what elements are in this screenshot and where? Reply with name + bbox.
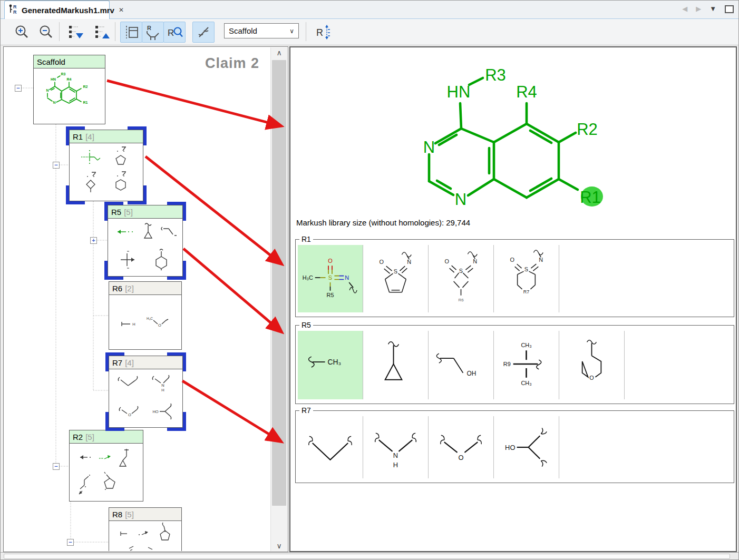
expander-r8[interactable]: − xyxy=(67,539,74,546)
r7-option-o-linker[interactable]: O xyxy=(429,416,494,478)
svg-text:R3: R3 xyxy=(61,72,66,76)
svg-text:N: N xyxy=(53,101,55,104)
svg-text:HO: HO xyxy=(152,409,158,414)
svg-text:R9: R9 xyxy=(503,361,511,367)
r5-option-gem-dimethyl-r9[interactable]: R9 CH₃ CH₃ xyxy=(494,331,559,399)
rgroup-structure-icon: R xyxy=(144,23,162,41)
r7-option-choh-linker[interactable]: HO xyxy=(494,416,559,478)
tree-node-r6[interactable]: R6 [2] H H₃C O xyxy=(109,281,182,350)
r5-option-cyclopropyl[interactable] xyxy=(363,331,429,399)
svg-text:R: R xyxy=(13,4,17,9)
tree-node-r2[interactable]: R2 [5] xyxy=(69,430,143,502)
tree-node-r1-wrap: R1 [4] xyxy=(66,126,147,204)
r1-option-methyl-sulfoximine[interactable]: H₃C S O N R5 xyxy=(298,245,363,312)
scaffold-thumbnail: HN R3 R4 R2 R1 N N xyxy=(34,68,105,124)
r1-option-dihydrothiophene-sulfoximine[interactable]: S O N xyxy=(363,245,429,312)
rgroup-structure-button[interactable]: R xyxy=(142,22,164,43)
svg-text:H: H xyxy=(132,322,135,327)
rgroup-query-icon: R xyxy=(166,23,183,41)
tab-close-icon[interactable]: ✕ xyxy=(119,6,124,14)
horizontal-scrollbar-thumb[interactable] xyxy=(4,554,730,559)
svg-text:CH₃: CH₃ xyxy=(521,342,531,348)
svg-text:H₃C: H₃C xyxy=(147,317,153,320)
r7-option-nh-linker[interactable]: N H xyxy=(363,416,429,478)
tree-node-r8[interactable]: R8 [5] xyxy=(109,507,182,551)
r1-option-thiane-sulfoximine[interactable]: S O N R7 xyxy=(494,245,559,312)
markush-detail-panel: HN R3 R4 R2 R1 N N Markush library size … xyxy=(289,46,737,552)
tree-node-r7-wrap: R7 [4] N H O HO xyxy=(105,352,186,431)
svg-text:R4: R4 xyxy=(67,77,72,81)
scaffold-r1-label[interactable]: R1 xyxy=(580,188,601,207)
svg-text:N: N xyxy=(539,257,543,263)
tree-node-scaffold[interactable]: Scaffold HN R3 R4 R2 R1 N N xyxy=(33,55,105,124)
expander-r1[interactable]: − xyxy=(53,162,60,169)
show-panel-button[interactable] xyxy=(120,22,142,43)
group-label-r7: R7 xyxy=(299,406,313,415)
scroll-down-icon[interactable]: ∨ xyxy=(271,541,287,551)
rlogic-icon: R xyxy=(313,23,332,42)
svg-text:O: O xyxy=(589,375,594,381)
svg-text:R: R xyxy=(13,9,17,15)
svg-text:O: O xyxy=(444,258,449,264)
r1-option-thietane-sulfoximine[interactable]: S O N R6 xyxy=(429,245,494,312)
zoom-out-icon xyxy=(37,24,54,41)
svg-text:H₃C: H₃C xyxy=(303,274,313,281)
expand-all-button[interactable] xyxy=(64,22,86,43)
svg-text:R: R xyxy=(168,28,174,38)
scaffold-r3-label[interactable]: R3 xyxy=(485,66,506,84)
collapse-all-button[interactable] xyxy=(91,22,113,43)
svg-text:S: S xyxy=(394,268,397,274)
svg-text:R7: R7 xyxy=(523,289,529,294)
rgroup-query-button[interactable]: R xyxy=(163,22,186,43)
zoom-out-button[interactable] xyxy=(35,22,57,43)
strikethrough-icon xyxy=(195,23,212,41)
svg-text:N: N xyxy=(473,258,477,264)
svg-text:R5: R5 xyxy=(327,292,334,298)
svg-text:N: N xyxy=(407,259,411,265)
svg-text:S: S xyxy=(328,274,332,281)
tab-menu-icon[interactable]: ▼ xyxy=(709,4,716,14)
rlogic-button[interactable]: R xyxy=(311,22,333,43)
svg-text:H: H xyxy=(393,461,398,469)
svg-text:O: O xyxy=(128,412,131,417)
svg-text:CH₃: CH₃ xyxy=(521,380,531,386)
zoom-in-icon xyxy=(13,24,30,41)
r5-option-hydroxyethyl[interactable]: OH xyxy=(429,331,494,399)
panel-layout-icon xyxy=(122,23,140,41)
expander-r5[interactable]: + xyxy=(90,237,97,244)
group-box-r7: R7 xyxy=(295,410,734,483)
svg-text:R: R xyxy=(147,25,151,31)
expander-r2[interactable]: − xyxy=(53,463,60,470)
chevron-down-icon: ∨ xyxy=(289,27,294,35)
horizontal-scrollbar[interactable] xyxy=(0,552,739,560)
group-box-r1: R1 H₃C S xyxy=(295,239,734,317)
r5-option-tetrahydropyranyl[interactable]: O xyxy=(559,331,625,399)
r5-option-methyl[interactable]: CH₃ xyxy=(298,331,363,399)
svg-text:N: N xyxy=(345,274,349,281)
expand-all-icon xyxy=(66,23,84,41)
view-mode-value: Scaffold xyxy=(229,26,257,35)
tree-vertical-scrollbar[interactable]: ∧ ∨ xyxy=(270,47,287,551)
nav-prev-icon[interactable]: ◀ xyxy=(682,4,687,14)
document-tab[interactable]: R R GeneratedMarkush1.mrv ✕ xyxy=(4,1,110,19)
svg-text:N: N xyxy=(393,451,398,459)
svg-text:O: O xyxy=(379,259,383,265)
tree-panel: Claim 2 − − + − − Scaffold xyxy=(3,46,288,552)
svg-text:O: O xyxy=(158,323,161,328)
scroll-up-icon[interactable]: ∧ xyxy=(271,47,287,58)
scaffold-structure[interactable]: HN R3 R4 R2 R1 N N xyxy=(396,51,634,220)
nav-next-icon[interactable]: ▶ xyxy=(696,4,701,14)
hide-homology-button[interactable] xyxy=(192,22,215,43)
expander-scaffold[interactable]: − xyxy=(15,85,22,92)
r7-option-ethylene-linker[interactable] xyxy=(298,416,363,478)
scaffold-r4-label[interactable]: R4 xyxy=(516,83,537,101)
svg-text:N: N xyxy=(46,89,48,92)
maximize-icon[interactable] xyxy=(725,5,734,13)
svg-text:OH: OH xyxy=(466,370,476,377)
view-mode-select[interactable]: Scaffold ∨ xyxy=(224,23,299,38)
svg-text:R1: R1 xyxy=(83,101,88,104)
zoom-in-button[interactable] xyxy=(11,22,33,43)
svg-text:HN: HN xyxy=(51,77,56,81)
scrollbar-thumb[interactable] xyxy=(272,60,286,506)
scaffold-r2-label[interactable]: R2 xyxy=(577,120,598,139)
